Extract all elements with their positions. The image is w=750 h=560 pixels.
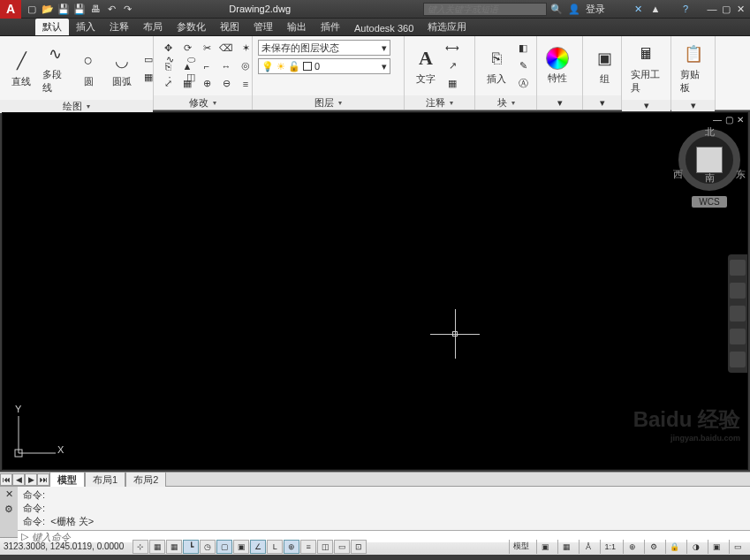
panel-draw-title[interactable]: 绘图 [0, 100, 153, 113]
tab-manage[interactable]: 管理 [246, 19, 280, 35]
tab-view[interactable]: 视图 [213, 19, 246, 35]
canvas-close-icon[interactable]: ✕ [737, 115, 744, 125]
offset-icon[interactable]: ◎ [237, 58, 254, 74]
move-icon[interactable]: ✥ [159, 41, 177, 57]
trim-icon[interactable]: ✂ [198, 41, 216, 57]
nav-wheel-icon[interactable] [730, 260, 746, 276]
quickview-icon[interactable]: ▣ [536, 540, 554, 554]
new-icon[interactable]: ▢ [25, 2, 39, 16]
grid-icon[interactable]: ▦ [166, 540, 182, 554]
group-button[interactable]: ▣组 [588, 44, 620, 87]
ortho-icon[interactable]: ┗ [183, 540, 199, 554]
layout-next-icon[interactable]: ▶ [25, 473, 37, 486]
lwt-icon[interactable]: ≡ [300, 540, 316, 554]
clean-icon[interactable]: ▭ [729, 540, 746, 554]
array-icon[interactable]: ▦ [178, 76, 196, 92]
layout-tab-model[interactable]: 模型 [49, 472, 85, 488]
showmotion-icon[interactable] [730, 352, 746, 367]
leader-icon[interactable]: ↗ [443, 58, 461, 74]
tab-parametric[interactable]: 参数化 [170, 19, 213, 35]
zoom-icon[interactable] [730, 306, 746, 322]
redo-icon[interactable]: ↷ [120, 2, 134, 16]
panel-annotate-title[interactable]: 注释 [405, 95, 474, 110]
circle-button[interactable]: ○圆 [72, 47, 104, 90]
drawing-canvas[interactable]: — ▢ ✕ Y X 北 西 东 南 WCS Baidu 经验jingyan.ba… [2, 112, 748, 470]
dyn-icon[interactable]: ⊕ [284, 540, 299, 554]
orbit-icon[interactable] [730, 329, 746, 344]
tab-layout[interactable]: 布局 [136, 19, 170, 35]
osnap-icon[interactable]: ▢ [216, 540, 232, 554]
stretch-icon[interactable]: ↔ [217, 58, 235, 74]
minimize-icon[interactable]: — [706, 3, 718, 15]
properties-button[interactable]: 特性 [542, 45, 572, 87]
layout-tab-layout2[interactable]: 布局2 [125, 472, 166, 488]
maximize-icon[interactable]: ▢ [720, 3, 732, 15]
layer-state-combo[interactable]: 未保存的图层状态▾ [258, 40, 390, 56]
cmd-close-icon[interactable]: ✕ [5, 488, 13, 500]
panel-layer-title[interactable]: 图层 [253, 95, 404, 110]
scale-label[interactable]: 1:1 [600, 540, 619, 554]
status-coords[interactable]: 3123.3008, 1245.0119, 0.0000 [4, 541, 124, 551]
text-button[interactable]: A 文字 [410, 44, 442, 87]
break-icon[interactable]: ⊖ [217, 76, 235, 92]
attr-icon[interactable]: Ⓐ [514, 76, 532, 92]
search-go-icon[interactable]: 🔍 [550, 3, 563, 15]
otrack-icon[interactable]: ∠ [250, 540, 266, 554]
quickview-layout-icon[interactable]: ▦ [557, 540, 575, 554]
view-cube[interactable]: 北 西 东 南 WCS [678, 125, 740, 208]
3dosnap-icon[interactable]: ▣ [233, 540, 249, 554]
user-icon[interactable]: 👤 [568, 3, 580, 15]
layout-last-icon[interactable]: ⏭ [37, 473, 49, 486]
copy-icon[interactable]: ⎘ [159, 58, 177, 74]
dim-linear-icon[interactable]: ⟷ [443, 41, 461, 57]
panel-block-title[interactable]: 块 [475, 95, 536, 110]
wcs-badge[interactable]: WCS [692, 196, 726, 208]
search-input[interactable] [423, 3, 547, 16]
tab-output[interactable]: 输出 [280, 19, 314, 35]
tab-annotate[interactable]: 注释 [102, 19, 136, 35]
canvas-max-icon[interactable]: ▢ [725, 115, 733, 125]
cmd-config-icon[interactable]: ⚙ [4, 503, 13, 515]
layout-tab-layout1[interactable]: 布局1 [85, 472, 125, 488]
saveas-icon[interactable]: 💾 [72, 2, 87, 16]
rotate-icon[interactable]: ⟳ [178, 41, 196, 57]
help-icon[interactable]: ? [679, 3, 692, 15]
tab-a360[interactable]: Autodesk 360 [347, 21, 420, 35]
layout-prev-icon[interactable]: ◀ [12, 473, 25, 486]
pline-button[interactable]: ∿多段线 [39, 40, 71, 96]
navcube-face[interactable] [696, 147, 723, 173]
ws-icon[interactable]: ⚙ [644, 540, 662, 554]
edit-block-icon[interactable]: ✎ [514, 58, 532, 74]
undo-icon[interactable]: ↶ [104, 2, 118, 16]
qp-icon[interactable]: ▭ [334, 540, 350, 554]
mirror-icon[interactable]: ▲ [178, 58, 196, 74]
tab-addins[interactable]: 插件 [314, 19, 347, 35]
line-button[interactable]: ╱直线 [5, 47, 37, 90]
tab-default[interactable]: 默认 [35, 19, 69, 35]
sc-icon[interactable]: ⊡ [351, 540, 367, 554]
save-icon[interactable]: 💾 [57, 2, 71, 16]
clipboard-button[interactable]: 📋剪贴板 [677, 40, 709, 96]
explode-icon[interactable]: ✶ [237, 41, 254, 57]
exchange-icon[interactable]: ✕ [632, 3, 644, 15]
ducs-icon[interactable]: L [267, 540, 283, 554]
app-logo[interactable]: A [0, 0, 21, 19]
isolate-icon[interactable]: ▣ [708, 540, 725, 554]
close-icon[interactable]: ✕ [734, 3, 746, 15]
table-icon[interactable]: ▦ [443, 76, 461, 92]
fillet-icon[interactable]: ⌐ [198, 58, 216, 74]
layer-current-combo[interactable]: 💡 ☀ 🔓 0 ▾ [258, 58, 390, 74]
print-icon[interactable]: 🖶 [88, 2, 102, 16]
create-block-icon[interactable]: ◧ [514, 41, 532, 57]
utils-button[interactable]: 🖩实用工具 [627, 40, 665, 96]
open-icon[interactable]: 📂 [41, 2, 55, 16]
canvas-min-icon[interactable]: — [713, 115, 722, 125]
panel-modify-title[interactable]: 修改 [154, 95, 252, 110]
join-icon[interactable]: ⊕ [198, 76, 216, 92]
model-space-toggle[interactable]: 模型 [509, 540, 533, 554]
erase-icon[interactable]: ⌫ [217, 41, 235, 57]
annovis-icon[interactable]: ⊕ [623, 540, 640, 554]
arc-button[interactable]: ◡圆弧 [106, 47, 138, 90]
lock-ui-icon[interactable]: 🔒 [665, 540, 683, 554]
annoscale-icon[interactable]: Å [579, 540, 596, 554]
